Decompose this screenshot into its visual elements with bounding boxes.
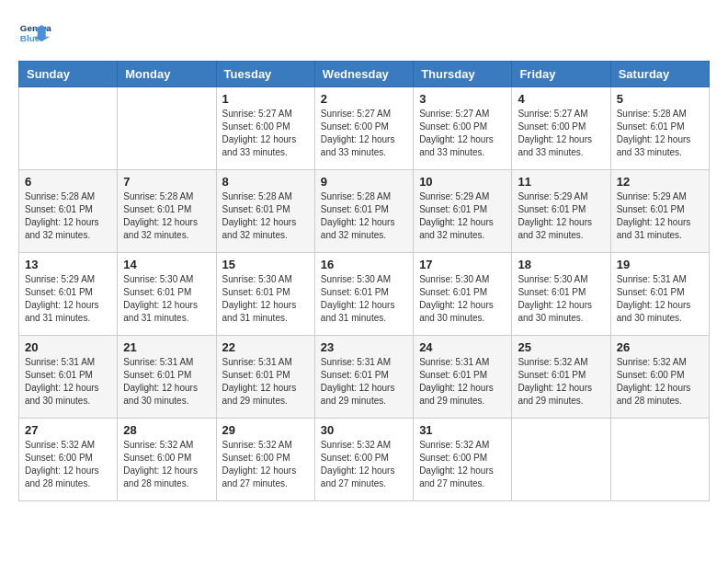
logo-icon: General Blue	[18, 18, 51, 52]
cell-info: Sunrise: 5:32 AMSunset: 6:00 PMDaylight:…	[123, 439, 210, 490]
day-number: 29	[222, 423, 309, 437]
day-number: 21	[123, 340, 210, 354]
calendar-table: SundayMondayTuesdayWednesdayThursdayFrid…	[18, 61, 710, 501]
cell-info: Sunrise: 5:30 AMSunset: 6:01 PMDaylight:…	[123, 273, 210, 325]
calendar-cell: 12Sunrise: 5:29 AMSunset: 6:01 PMDayligh…	[610, 170, 709, 253]
cell-info: Sunrise: 5:31 AMSunset: 6:01 PMDaylight:…	[419, 356, 506, 408]
day-header-tuesday: Tuesday	[216, 62, 314, 87]
cell-info: Sunrise: 5:32 AMSunset: 6:00 PMDaylight:…	[222, 439, 309, 490]
cell-info: Sunrise: 5:30 AMSunset: 6:01 PMDaylight:…	[518, 273, 604, 325]
calendar-cell: 6Sunrise: 5:28 AMSunset: 6:01 PMDaylight…	[19, 170, 118, 253]
calendar-cell: 30Sunrise: 5:32 AMSunset: 6:00 PMDayligh…	[314, 419, 413, 501]
calendar-cell: 8Sunrise: 5:28 AMSunset: 6:01 PMDaylight…	[216, 170, 314, 253]
calendar-cell: 28Sunrise: 5:32 AMSunset: 6:00 PMDayligh…	[118, 419, 216, 501]
day-number: 5	[617, 92, 703, 106]
day-number: 16	[321, 258, 407, 271]
day-number: 4	[518, 92, 604, 106]
cell-info: Sunrise: 5:30 AMSunset: 6:01 PMDaylight:…	[222, 273, 309, 325]
day-number: 27	[25, 423, 111, 437]
day-header-friday: Friday	[512, 62, 610, 87]
day-number: 23	[321, 340, 407, 354]
day-number: 9	[321, 175, 407, 189]
calendar-cell: 10Sunrise: 5:29 AMSunset: 6:01 PMDayligh…	[414, 170, 512, 253]
day-header-saturday: Saturday	[610, 62, 709, 87]
calendar-cell: 26Sunrise: 5:32 AMSunset: 6:00 PMDayligh…	[610, 336, 709, 419]
day-header-wednesday: Wednesday	[314, 62, 413, 87]
calendar-cell: 21Sunrise: 5:31 AMSunset: 6:01 PMDayligh…	[118, 336, 216, 419]
day-number: 15	[222, 258, 309, 271]
calendar-week-row: 27Sunrise: 5:32 AMSunset: 6:00 PMDayligh…	[19, 419, 710, 501]
cell-info: Sunrise: 5:30 AMSunset: 6:01 PMDaylight:…	[321, 273, 407, 325]
calendar-cell: 25Sunrise: 5:32 AMSunset: 6:01 PMDayligh…	[512, 336, 610, 419]
day-number: 22	[222, 340, 309, 354]
cell-info: Sunrise: 5:32 AMSunset: 6:00 PMDaylight:…	[617, 356, 703, 408]
calendar-header-row: SundayMondayTuesdayWednesdayThursdayFrid…	[19, 62, 710, 87]
calendar-cell	[610, 419, 709, 501]
calendar-cell: 14Sunrise: 5:30 AMSunset: 6:01 PMDayligh…	[118, 253, 216, 336]
calendar-cell: 24Sunrise: 5:31 AMSunset: 6:01 PMDayligh…	[414, 336, 512, 419]
cell-info: Sunrise: 5:31 AMSunset: 6:01 PMDaylight:…	[222, 356, 309, 408]
calendar-cell	[512, 419, 610, 501]
cell-info: Sunrise: 5:32 AMSunset: 6:00 PMDaylight:…	[25, 439, 111, 490]
calendar-cell: 1Sunrise: 5:27 AMSunset: 6:00 PMDaylight…	[216, 87, 314, 170]
day-header-monday: Monday	[118, 62, 216, 87]
cell-info: Sunrise: 5:28 AMSunset: 6:01 PMDaylight:…	[222, 190, 309, 242]
cell-info: Sunrise: 5:28 AMSunset: 6:01 PMDaylight:…	[123, 190, 210, 242]
calendar-cell: 13Sunrise: 5:29 AMSunset: 6:01 PMDayligh…	[19, 253, 118, 336]
day-number: 31	[419, 423, 506, 437]
day-header-sunday: Sunday	[19, 62, 118, 87]
cell-info: Sunrise: 5:32 AMSunset: 6:00 PMDaylight:…	[419, 439, 506, 490]
day-number: 24	[419, 340, 506, 354]
cell-info: Sunrise: 5:27 AMSunset: 6:00 PMDaylight:…	[321, 108, 407, 159]
cell-info: Sunrise: 5:28 AMSunset: 6:01 PMDaylight:…	[25, 190, 111, 242]
day-number: 7	[123, 175, 210, 189]
day-number: 12	[617, 175, 703, 189]
day-number: 30	[321, 423, 407, 437]
calendar-cell: 7Sunrise: 5:28 AMSunset: 6:01 PMDaylight…	[118, 170, 216, 253]
cell-info: Sunrise: 5:29 AMSunset: 6:01 PMDaylight:…	[518, 190, 604, 242]
cell-info: Sunrise: 5:30 AMSunset: 6:01 PMDaylight:…	[419, 273, 506, 325]
calendar-cell: 15Sunrise: 5:30 AMSunset: 6:01 PMDayligh…	[216, 253, 314, 336]
day-number: 28	[123, 423, 210, 437]
calendar-week-row: 1Sunrise: 5:27 AMSunset: 6:00 PMDaylight…	[19, 87, 710, 170]
cell-info: Sunrise: 5:31 AMSunset: 6:01 PMDaylight:…	[321, 356, 407, 408]
calendar-cell: 5Sunrise: 5:28 AMSunset: 6:01 PMDaylight…	[610, 87, 709, 170]
cell-info: Sunrise: 5:29 AMSunset: 6:01 PMDaylight:…	[617, 190, 703, 242]
day-number: 1	[222, 92, 309, 106]
cell-info: Sunrise: 5:27 AMSunset: 6:00 PMDaylight:…	[222, 108, 309, 159]
calendar-week-row: 6Sunrise: 5:28 AMSunset: 6:01 PMDaylight…	[19, 170, 710, 253]
day-number: 6	[25, 175, 111, 189]
cell-info: Sunrise: 5:31 AMSunset: 6:01 PMDaylight:…	[123, 356, 210, 408]
day-number: 19	[617, 258, 703, 271]
calendar-cell: 23Sunrise: 5:31 AMSunset: 6:01 PMDayligh…	[314, 336, 413, 419]
calendar-cell: 17Sunrise: 5:30 AMSunset: 6:01 PMDayligh…	[414, 253, 512, 336]
cell-info: Sunrise: 5:32 AMSunset: 6:01 PMDaylight:…	[518, 356, 604, 408]
day-number: 18	[518, 258, 604, 271]
calendar-cell: 16Sunrise: 5:30 AMSunset: 6:01 PMDayligh…	[314, 253, 413, 336]
cell-info: Sunrise: 5:31 AMSunset: 6:01 PMDaylight:…	[25, 356, 111, 408]
day-number: 17	[419, 258, 506, 271]
cell-info: Sunrise: 5:32 AMSunset: 6:00 PMDaylight:…	[321, 439, 407, 490]
calendar-cell: 19Sunrise: 5:31 AMSunset: 6:01 PMDayligh…	[610, 253, 709, 336]
calendar-cell: 22Sunrise: 5:31 AMSunset: 6:01 PMDayligh…	[216, 336, 314, 419]
calendar-cell	[19, 87, 118, 170]
calendar-cell: 29Sunrise: 5:32 AMSunset: 6:00 PMDayligh…	[216, 419, 314, 501]
day-number: 20	[25, 340, 111, 354]
calendar-cell: 18Sunrise: 5:30 AMSunset: 6:01 PMDayligh…	[512, 253, 610, 336]
calendar-cell: 3Sunrise: 5:27 AMSunset: 6:00 PMDaylight…	[414, 87, 512, 170]
day-number: 8	[222, 175, 309, 189]
day-number: 11	[518, 175, 604, 189]
cell-info: Sunrise: 5:31 AMSunset: 6:01 PMDaylight:…	[617, 273, 703, 325]
cell-info: Sunrise: 5:27 AMSunset: 6:00 PMDaylight:…	[518, 108, 604, 159]
day-number: 25	[518, 340, 604, 354]
cell-info: Sunrise: 5:28 AMSunset: 6:01 PMDaylight:…	[617, 108, 703, 159]
cell-info: Sunrise: 5:29 AMSunset: 6:01 PMDaylight:…	[419, 190, 506, 242]
calendar-cell: 2Sunrise: 5:27 AMSunset: 6:00 PMDaylight…	[314, 87, 413, 170]
day-header-thursday: Thursday	[414, 62, 512, 87]
calendar-cell: 27Sunrise: 5:32 AMSunset: 6:00 PMDayligh…	[19, 419, 118, 501]
calendar-cell: 9Sunrise: 5:28 AMSunset: 6:01 PMDaylight…	[314, 170, 413, 253]
day-number: 2	[321, 92, 407, 106]
calendar-cell: 11Sunrise: 5:29 AMSunset: 6:01 PMDayligh…	[512, 170, 610, 253]
day-number: 13	[25, 258, 111, 271]
logo: General Blue	[18, 18, 51, 52]
